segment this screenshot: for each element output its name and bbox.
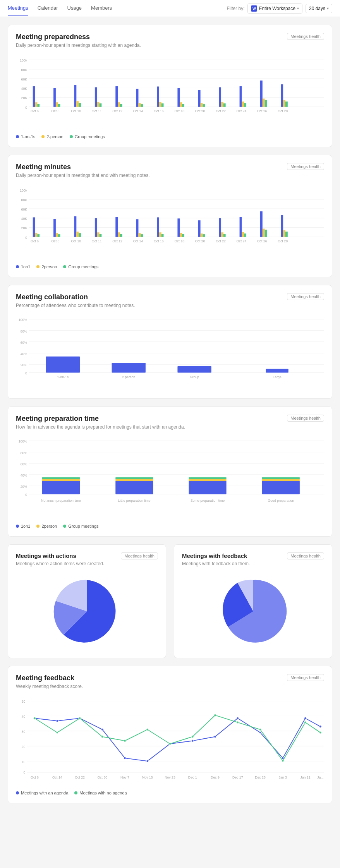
- svg-text:40K: 40K: [21, 87, 27, 91]
- legend-group: Group meetings: [63, 264, 98, 269]
- main-content: Meeting preparedness Meetings health Dai…: [0, 17, 340, 819]
- collaboration-svg: 100% 80% 60% 40% 20% 0: [16, 314, 324, 389]
- svg-rect-90: [120, 234, 122, 237]
- legend-dot-2person: [36, 525, 39, 528]
- svg-rect-105: [223, 234, 226, 237]
- tab-meetings[interactable]: Meetings: [8, 0, 28, 16]
- svg-rect-166: [189, 481, 227, 494]
- workspace-filter[interactable]: W Entire Workspace ▾: [247, 3, 302, 14]
- svg-rect-141: [112, 363, 146, 373]
- svg-text:80K: 80K: [21, 198, 27, 202]
- svg-text:Nov 7: Nov 7: [120, 775, 129, 779]
- two-col-section: Meetings with actions Meetings health Me…: [8, 544, 332, 658]
- chevron-down-icon: ▾: [297, 6, 299, 10]
- svg-rect-20: [79, 103, 81, 107]
- svg-rect-49: [283, 100, 285, 106]
- days-filter[interactable]: 30 days ▾: [306, 4, 332, 13]
- tab-usage[interactable]: Usage: [67, 0, 82, 16]
- navigation: Meetings Calendar Usage Members Filter b…: [0, 0, 340, 17]
- actions-subtitle: Meetings where action items were created…: [16, 561, 158, 566]
- svg-rect-32: [161, 103, 164, 107]
- svg-point-201: [319, 726, 321, 728]
- svg-rect-114: [285, 232, 288, 237]
- legend-2person: 2person: [36, 524, 57, 528]
- svg-text:0: 0: [25, 106, 27, 110]
- preparedness-health[interactable]: Meetings health: [287, 33, 324, 40]
- actions-health[interactable]: Meetings health: [121, 552, 158, 559]
- svg-point-207: [146, 728, 149, 731]
- actions-pie-svg: [52, 576, 122, 646]
- svg-rect-33: [177, 88, 180, 107]
- tab-members[interactable]: Members: [91, 0, 112, 16]
- svg-rect-14: [37, 104, 39, 107]
- svg-text:40%: 40%: [21, 352, 27, 356]
- svg-rect-77: [35, 233, 38, 237]
- collaboration-card: Meeting collaboration Meetings health Pe…: [8, 285, 332, 399]
- svg-point-204: [79, 717, 81, 719]
- svg-text:Oct 16: Oct 16: [154, 109, 164, 113]
- svg-text:Oct 18: Oct 18: [174, 109, 184, 113]
- svg-point-206: [124, 740, 126, 742]
- legend-dot-1on1: [16, 525, 19, 528]
- feedback-pie-health[interactable]: Meetings health: [287, 552, 324, 559]
- svg-point-197: [237, 717, 239, 719]
- svg-point-196: [214, 736, 216, 738]
- nav-tabs: Meetings Calendar Usage Members: [8, 0, 227, 16]
- workspace-icon: W: [251, 5, 257, 12]
- svg-rect-48: [281, 84, 283, 107]
- svg-point-193: [146, 760, 149, 762]
- svg-rect-81: [58, 234, 60, 237]
- actions-pie: [16, 573, 158, 650]
- svg-rect-28: [138, 103, 141, 107]
- prep-time-title: Meeting preparation time: [16, 415, 99, 423]
- svg-rect-164: [115, 479, 153, 481]
- svg-rect-113: [283, 230, 285, 237]
- feedback-health[interactable]: Meetings health: [287, 674, 324, 681]
- svg-rect-13: [35, 102, 38, 107]
- legend-dot-2person: [41, 135, 45, 138]
- svg-rect-162: [42, 477, 80, 479]
- card-header: Meeting collaboration Meetings health: [16, 293, 324, 301]
- legend-1on1: 1on1: [16, 524, 30, 528]
- svg-rect-12: [33, 86, 35, 107]
- svg-rect-31: [159, 102, 161, 107]
- svg-point-195: [191, 740, 194, 742]
- svg-text:Dec 1: Dec 1: [188, 775, 197, 779]
- collaboration-health[interactable]: Meetings health: [287, 293, 324, 300]
- svg-rect-15: [53, 88, 56, 107]
- svg-rect-41: [223, 103, 226, 107]
- feedback-title: Meeting feedback: [16, 674, 74, 682]
- svg-rect-22: [97, 102, 100, 107]
- svg-text:Oct 22: Oct 22: [216, 109, 226, 113]
- minutes-health[interactable]: Meetings health: [287, 163, 324, 170]
- svg-text:100k: 100k: [20, 58, 27, 62]
- svg-rect-109: [260, 211, 263, 237]
- preparedness-legend: 1-on-1s 2-person Group meetings: [16, 134, 324, 139]
- svg-rect-29: [141, 104, 143, 107]
- svg-text:Oct 22: Oct 22: [216, 240, 226, 244]
- svg-text:100%: 100%: [19, 318, 27, 322]
- svg-rect-98: [180, 233, 182, 237]
- svg-text:Oct 8: Oct 8: [52, 109, 60, 113]
- feedback-pie-card: Meetings with feedback Meetings health M…: [174, 544, 332, 658]
- svg-point-208: [169, 743, 171, 745]
- svg-point-192: [124, 757, 126, 759]
- svg-rect-45: [260, 81, 263, 107]
- svg-rect-161: [42, 479, 80, 481]
- svg-text:Some preparation time: Some preparation time: [191, 499, 225, 503]
- svg-text:30: 30: [22, 730, 26, 734]
- svg-text:Oct 6: Oct 6: [31, 775, 39, 779]
- svg-rect-37: [201, 103, 203, 107]
- feedback-pie-chart: [182, 573, 324, 650]
- svg-rect-101: [201, 233, 203, 237]
- tab-calendar[interactable]: Calendar: [38, 0, 58, 16]
- svg-text:2 person: 2 person: [122, 375, 135, 379]
- svg-rect-24: [115, 86, 118, 107]
- legend-dot-group: [70, 135, 73, 138]
- svg-text:Oct 11: Oct 11: [92, 109, 102, 113]
- svg-rect-38: [203, 104, 205, 107]
- svg-rect-43: [242, 101, 244, 107]
- prep-time-health[interactable]: Meetings health: [287, 415, 324, 422]
- svg-rect-163: [115, 481, 153, 494]
- preparedness-subtitle: Daily person-hour spent in meetings star…: [16, 43, 324, 48]
